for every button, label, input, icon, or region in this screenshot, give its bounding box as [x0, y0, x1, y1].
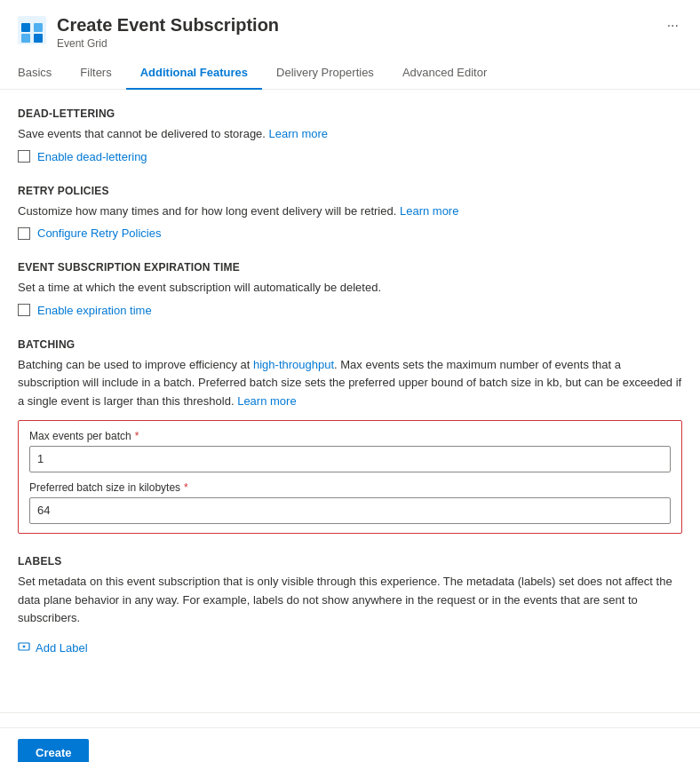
page-header: Create Event Subscription Event Grid ···: [0, 0, 700, 57]
retry-policies-checkbox[interactable]: [18, 227, 30, 240]
svg-rect-3: [21, 34, 30, 43]
svg-rect-1: [21, 23, 30, 32]
max-events-field-group: Max events per batch *: [29, 430, 671, 472]
dead-lettering-checkbox[interactable]: [18, 150, 30, 163]
batching-highlight: high-throughput: [253, 358, 334, 371]
tab-basics[interactable]: Basics: [18, 57, 66, 90]
dead-lettering-checkbox-label[interactable]: Enable dead-lettering: [37, 150, 147, 163]
expiration-title: EVENT SUBSCRIPTION EXPIRATION TIME: [18, 261, 682, 274]
add-label-icon: [18, 640, 30, 655]
retry-policies-checkbox-label[interactable]: Configure Retry Policies: [37, 226, 161, 240]
add-label-text: Add Label: [36, 641, 88, 655]
dead-lettering-learn-more[interactable]: Learn more: [269, 127, 328, 140]
expiration-checkbox-label[interactable]: Enable expiration time: [37, 304, 152, 317]
max-events-required-star: *: [135, 430, 139, 442]
retry-policies-checkbox-row: Configure Retry Policies: [18, 226, 682, 240]
expiration-checkbox-row: Enable expiration time: [18, 304, 682, 317]
tab-filters[interactable]: Filters: [66, 57, 125, 90]
max-events-input[interactable]: [29, 446, 671, 472]
expiration-section: EVENT SUBSCRIPTION EXPIRATION TIME Set a…: [18, 261, 682, 317]
batching-title: BATCHING: [18, 338, 682, 351]
dead-lettering-desc: Save events that cannot be delivered to …: [18, 125, 682, 143]
dead-lettering-title: DEAD-LETTERING: [18, 107, 682, 120]
tab-delivery-properties[interactable]: Delivery Properties: [262, 57, 388, 90]
tab-additional-features[interactable]: Additional Features: [126, 57, 262, 90]
batch-size-input[interactable]: [29, 497, 671, 524]
retry-policies-desc: Customize how many times and for how lon…: [18, 202, 682, 220]
page-title: Create Event Subscription: [57, 14, 653, 36]
dead-lettering-checkbox-row: Enable dead-lettering: [18, 150, 682, 163]
batching-desc: Batching can be used to improve efficien…: [18, 356, 682, 411]
tab-bar: Basics Filters Additional Features Deliv…: [0, 57, 700, 90]
footer-divider: [0, 712, 700, 713]
svg-rect-4: [34, 34, 43, 43]
page-subtitle: Event Grid: [57, 37, 653, 50]
batch-size-label: Preferred batch size in kilobytes *: [29, 481, 671, 494]
expiration-desc: Set a time at which the event subscripti…: [18, 279, 682, 297]
tab-advanced-editor[interactable]: Advanced Editor: [388, 57, 501, 90]
batching-fields-box: Max events per batch * Preferred batch s…: [18, 420, 682, 534]
create-button[interactable]: Create: [18, 739, 89, 762]
add-label-button[interactable]: Add Label: [18, 637, 88, 659]
main-content: DEAD-LETTERING Save events that cannot b…: [0, 90, 700, 698]
page-footer: Create: [0, 727, 700, 762]
max-events-label: Max events per batch *: [29, 430, 671, 442]
batch-size-field-group: Preferred batch size in kilobytes *: [29, 481, 671, 524]
expiration-checkbox[interactable]: [18, 304, 30, 316]
batching-learn-more[interactable]: Learn more: [237, 394, 296, 408]
labels-title: LABELS: [18, 555, 682, 568]
retry-policies-title: RETRY POLICIES: [18, 185, 682, 197]
dead-lettering-section: DEAD-LETTERING Save events that cannot b…: [18, 107, 682, 163]
batching-section: BATCHING Batching can be used to improve…: [18, 338, 682, 534]
more-options-icon[interactable]: ···: [664, 14, 682, 37]
retry-policies-learn-more[interactable]: Learn more: [400, 204, 458, 218]
svg-rect-2: [34, 23, 43, 32]
header-text-block: Create Event Subscription Event Grid: [57, 14, 653, 50]
batch-size-required-star: *: [184, 481, 188, 494]
event-grid-icon: [18, 16, 46, 44]
labels-section: LABELS Set metadata on this event subscr…: [18, 555, 682, 659]
retry-policies-section: RETRY POLICIES Customize how many times …: [18, 185, 682, 241]
labels-desc: Set metadata on this event subscription …: [18, 573, 682, 628]
